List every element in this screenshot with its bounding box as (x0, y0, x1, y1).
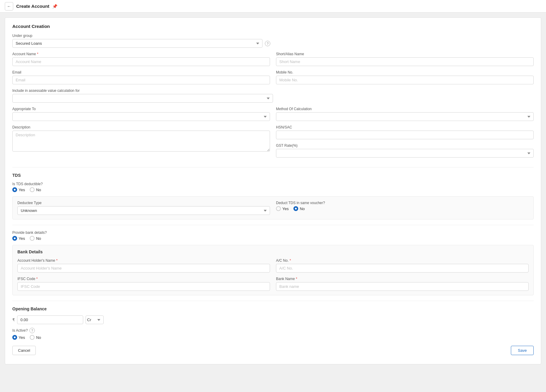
tds-no-radio[interactable] (30, 187, 35, 192)
footer-row: Cancel Save (12, 346, 534, 355)
email-input[interactable] (12, 76, 270, 84)
description-col: Description (12, 125, 270, 162)
bank-no-radio[interactable] (30, 236, 35, 241)
description-gst-row: Description HSN/SAC GST Rate(%) (12, 125, 534, 162)
bank-yes-radio[interactable] (12, 236, 17, 241)
appropriate-select[interactable] (12, 112, 270, 121)
appropriate-col: Appropriate To (12, 107, 270, 121)
bank-no-option[interactable]: No (30, 236, 41, 241)
account-holder-input[interactable] (17, 264, 270, 273)
deductee-type-col: Deductee Type Unknown (17, 201, 270, 215)
bank-name-input[interactable] (276, 282, 529, 291)
bank-name-col: Bank Name * (276, 277, 529, 291)
assessable-field: Include in assessable value calculation … (12, 89, 273, 103)
deduct-no-radio[interactable] (293, 206, 298, 211)
is-active-help-icon[interactable]: ? (29, 328, 35, 333)
gst-field: GST Rate(%) (276, 143, 534, 158)
currency-symbol: ₹ (12, 318, 15, 322)
ifsc-input[interactable] (17, 282, 270, 291)
tds-title: TDS (12, 173, 534, 178)
deduct-yes-label: Yes (282, 207, 289, 211)
active-yes-radio[interactable] (12, 335, 17, 340)
tds-deductible-group: Is TDS deductible? Yes No (12, 182, 534, 192)
opening-balance-input[interactable] (17, 315, 83, 324)
tds-yes-radio[interactable] (12, 187, 17, 192)
under-group-row: Secured Loans ? (12, 39, 534, 48)
divider-2 (12, 225, 534, 225)
description-label: Description (12, 125, 270, 129)
tds-no-option[interactable]: No (30, 187, 41, 192)
account-name-col: Account Name * (12, 52, 270, 66)
opening-balance-title: Opening Balance (12, 306, 534, 311)
short-alias-col: Short/Alias Name (276, 52, 534, 66)
method-label: Method Of Calculation (276, 107, 534, 111)
main-content: Account Creation Under group Secured Loa… (5, 17, 541, 364)
under-group-help-icon[interactable]: ? (265, 41, 270, 46)
account-holder-label: Account Holder's Name * (17, 258, 270, 263)
appropriate-method-row: Appropriate To Method Of Calculation (12, 107, 534, 121)
account-name-input[interactable] (12, 57, 270, 66)
active-no-radio[interactable] (30, 335, 35, 340)
active-yes-label: Yes (19, 335, 25, 340)
mobile-input[interactable] (276, 76, 534, 84)
back-button[interactable]: ← (5, 2, 13, 11)
tds-box: Deductee Type Unknown Deduct TDS in same… (12, 196, 534, 219)
deduct-yes-option[interactable]: Yes (276, 206, 289, 211)
save-button[interactable]: Save (511, 346, 534, 355)
deduct-no-option[interactable]: No (293, 206, 305, 211)
email-col: Email (12, 70, 270, 84)
active-no-label: No (36, 335, 41, 340)
tds-no-label: No (36, 188, 41, 192)
tds-yes-option[interactable]: Yes (12, 187, 25, 192)
tds-deductible-label: Is TDS deductible? (12, 182, 534, 186)
divider-1 (12, 167, 534, 167)
opening-balance-row: ₹ Cr Dr (12, 315, 534, 324)
assessable-label: Include in assessable value calculation … (12, 89, 273, 93)
bank-yes-option[interactable]: Yes (12, 236, 25, 241)
is-active-radio-group: Yes No (12, 335, 534, 340)
cancel-button[interactable]: Cancel (12, 346, 36, 355)
hsn-gst-col: HSN/SAC GST Rate(%) (276, 125, 534, 162)
divider-3 (12, 301, 534, 301)
pin-icon[interactable]: 📌 (52, 4, 57, 9)
hsn-input[interactable] (276, 131, 534, 139)
active-yes-option[interactable]: Yes (12, 335, 25, 340)
hsn-label: HSN/SAC (276, 125, 534, 129)
under-group-field: Under group Secured Loans ? (12, 34, 534, 48)
is-active-label: Is Active? (12, 328, 28, 333)
deduct-voucher-label: Deduct TDS in same voucher? (276, 201, 529, 205)
deduct-voucher-radio-group: Yes No (276, 206, 529, 211)
deduct-no-label: No (300, 207, 305, 211)
appropriate-label: Appropriate To (12, 107, 270, 111)
deduct-yes-radio[interactable] (276, 206, 281, 211)
ac-no-input[interactable] (276, 264, 529, 273)
cr-dr-select[interactable]: Cr Dr (86, 315, 104, 324)
tds-inner-grid: Deductee Type Unknown Deduct TDS in same… (17, 201, 529, 215)
description-textarea[interactable] (12, 131, 270, 152)
bank-section-title: Bank Details (17, 249, 529, 254)
method-col: Method Of Calculation (276, 107, 534, 121)
gst-label: GST Rate(%) (276, 143, 534, 148)
tds-deductible-radio-group: Yes No (12, 187, 534, 192)
under-group-select[interactable]: Secured Loans (12, 39, 262, 48)
account-holder-col: Account Holder's Name * (17, 258, 270, 273)
assessable-select[interactable] (12, 94, 273, 103)
ifsc-label: IFSC Code * (17, 277, 270, 281)
email-label: Email (12, 70, 270, 74)
top-bar: ← Create Account 📌 (0, 0, 546, 13)
short-alias-input[interactable] (276, 57, 534, 66)
bank-box: Bank Details Account Holder's Name * A/C… (12, 245, 534, 295)
bank-details-question: Provide bank details? Yes No (12, 231, 534, 241)
mobile-label: Mobile No. (276, 70, 534, 74)
deductee-type-select[interactable]: Unknown (17, 206, 270, 215)
mobile-col: Mobile No. (276, 70, 534, 84)
ac-no-label: A/C No. * (276, 258, 529, 263)
name-row: Account Name * Short/Alias Name (12, 52, 534, 66)
method-select[interactable] (276, 112, 534, 121)
active-no-option[interactable]: No (30, 335, 41, 340)
bank-name-label: Bank Name * (276, 277, 529, 281)
gst-select[interactable] (276, 149, 534, 158)
bank-yes-label: Yes (19, 236, 25, 241)
email-mobile-row: Email Mobile No. (12, 70, 534, 84)
account-creation-title: Account Creation (12, 24, 534, 29)
